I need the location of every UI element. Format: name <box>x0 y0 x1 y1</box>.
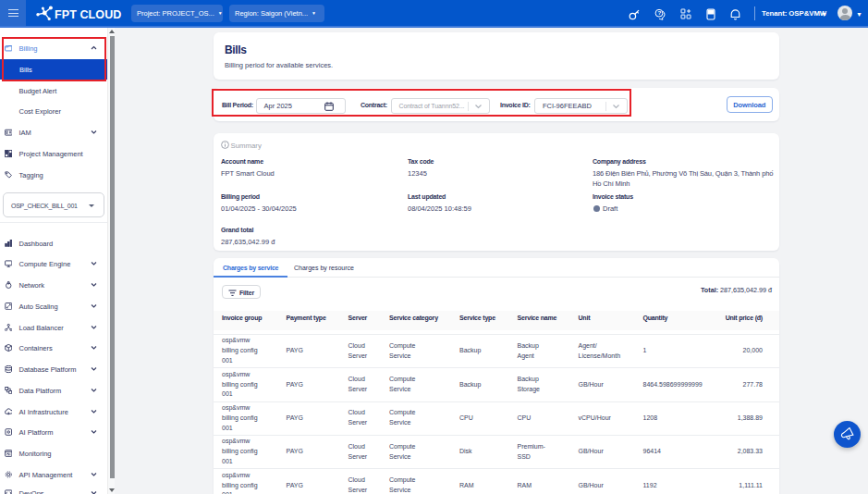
svg-text:?: ? <box>657 9 661 16</box>
